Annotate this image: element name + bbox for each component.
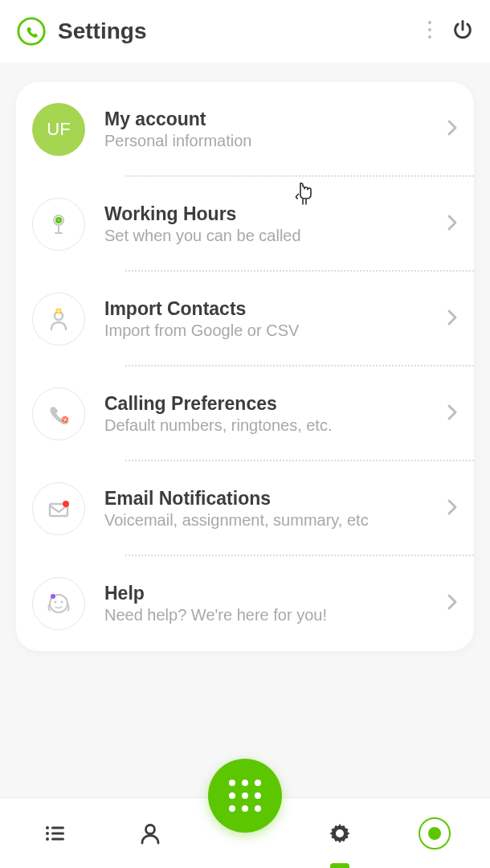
phone-logo-icon <box>16 16 47 47</box>
item-email-notifications[interactable]: Email Notifications Voicemail, assignmen… <box>16 461 474 556</box>
item-text: Calling Preferences Default numbers, rin… <box>104 393 447 435</box>
item-subtitle: Set when you can be called <box>104 227 447 245</box>
settings-card: UF My account Personal information Worki… <box>16 82 474 651</box>
item-title: Import Contacts <box>104 298 447 320</box>
item-text: Email Notifications Voicemail, assignmen… <box>104 488 447 530</box>
chevron-right-icon <box>447 119 458 140</box>
svg-point-12 <box>55 601 57 604</box>
page-title: Settings <box>58 18 146 44</box>
email-notifications-icon <box>32 482 85 535</box>
calling-preferences-icon <box>32 387 85 440</box>
item-my-account[interactable]: UF My account Personal information <box>16 82 474 177</box>
person-icon <box>137 821 163 846</box>
chevron-right-icon <box>447 309 458 330</box>
avatar: UF <box>32 103 85 156</box>
more-icon[interactable] <box>427 19 432 43</box>
item-subtitle: Default numbers, ringtones, etc. <box>104 416 447 435</box>
chevron-right-icon <box>447 593 458 614</box>
item-subtitle: Import from Google or CSV <box>104 321 447 340</box>
svg-rect-16 <box>51 826 64 829</box>
item-working-hours[interactable]: Working Hours Set when you can be called <box>16 177 474 272</box>
nav-status[interactable] <box>387 798 482 868</box>
svg-point-21 <box>146 825 155 833</box>
item-text: Import Contacts Import from Google or CS… <box>104 298 447 340</box>
power-icon[interactable] <box>451 18 474 44</box>
header: Settings <box>0 0 490 63</box>
svg-point-22 <box>336 829 344 837</box>
dial-button[interactable] <box>208 759 282 833</box>
chevron-right-icon <box>447 403 458 424</box>
gear-icon <box>327 821 353 846</box>
svg-point-3 <box>428 35 431 39</box>
svg-rect-20 <box>51 837 64 840</box>
item-text: Working Hours Set when you can be called <box>104 203 447 245</box>
header-left: Settings <box>16 16 146 47</box>
nav-settings[interactable] <box>292 798 387 868</box>
svg-rect-18 <box>51 832 64 834</box>
working-hours-icon <box>32 198 85 251</box>
nav-list[interactable] <box>8 798 103 868</box>
svg-point-17 <box>46 832 49 835</box>
svg-point-19 <box>46 837 49 841</box>
svg-point-1 <box>428 21 431 24</box>
active-indicator <box>330 863 349 868</box>
item-import-contacts[interactable]: Import Contacts Import from Google or CS… <box>16 272 474 366</box>
item-text: My account Personal information <box>104 108 447 150</box>
chevron-right-icon <box>447 214 458 235</box>
svg-point-2 <box>428 28 431 31</box>
header-right <box>427 18 474 44</box>
avatar-initials: UF <box>47 119 70 140</box>
nav-contacts[interactable] <box>103 798 198 868</box>
dialpad-icon <box>229 780 261 812</box>
item-subtitle: Need help? We're here for you! <box>104 606 447 624</box>
item-text: Help Need help? We're here for you! <box>104 583 447 624</box>
item-title: Email Notifications <box>104 488 447 510</box>
item-title: Working Hours <box>104 203 447 225</box>
svg-point-13 <box>61 601 63 604</box>
item-title: My account <box>104 108 447 130</box>
item-title: Calling Preferences <box>104 393 447 415</box>
chevron-right-icon <box>447 498 458 519</box>
item-calling-preferences[interactable]: Calling Preferences Default numbers, rin… <box>16 366 474 461</box>
svg-point-0 <box>18 18 44 44</box>
item-subtitle: Voicemail, assignment, summary, etc <box>104 511 447 530</box>
status-indicator-icon <box>419 817 451 850</box>
svg-point-15 <box>46 826 49 829</box>
svg-point-10 <box>63 501 69 507</box>
list-icon <box>43 821 68 846</box>
import-contacts-icon <box>32 293 85 346</box>
svg-point-14 <box>51 594 55 599</box>
item-subtitle: Personal information <box>104 132 447 150</box>
item-help[interactable]: Help Need help? We're here for you! <box>16 556 474 651</box>
help-icon <box>32 577 85 630</box>
item-title: Help <box>104 583 447 604</box>
